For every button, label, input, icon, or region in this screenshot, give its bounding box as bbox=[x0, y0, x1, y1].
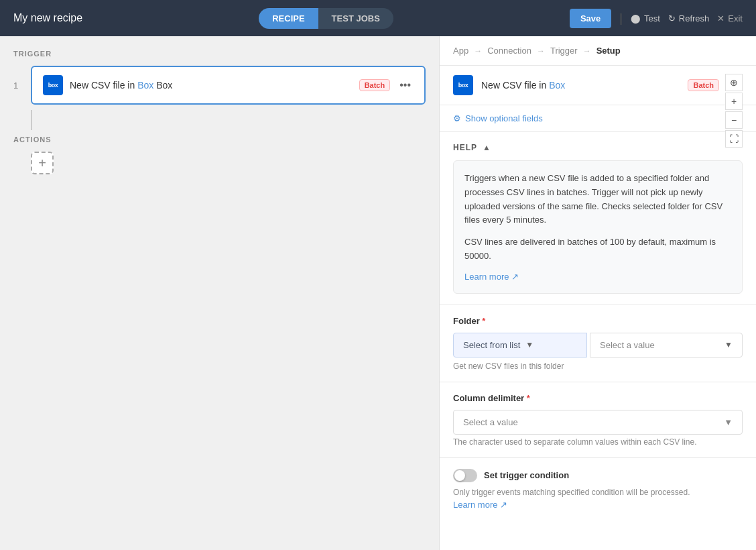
breadcrumb-connection[interactable]: Connection bbox=[487, 46, 531, 56]
more-options-button[interactable]: ••• bbox=[397, 76, 414, 94]
recipe-title: My new recipe bbox=[13, 12, 82, 24]
help-box: Triggers when a new CSV file is added to… bbox=[453, 160, 743, 294]
folder-label: Folder * bbox=[453, 316, 743, 326]
column-delimiter-dropdown[interactable]: Select a value ▼ bbox=[453, 410, 743, 435]
required-marker-2: * bbox=[527, 393, 530, 403]
tab-recipe[interactable]: RECIPE bbox=[259, 8, 318, 29]
main-layout: TRIGGER 1 box New CSV file in Box Box Ba… bbox=[0, 36, 756, 550]
breadcrumb-setup[interactable]: Setup bbox=[596, 46, 621, 56]
tab-bar: RECIPE TEST JOBS bbox=[259, 8, 393, 29]
actions-label: ACTIONS bbox=[13, 135, 426, 144]
refresh-icon: ↻ bbox=[668, 13, 676, 23]
help-text-2: CSV lines are delivered in batches of 10… bbox=[464, 235, 731, 264]
toggle-row: Set trigger condition bbox=[453, 469, 743, 482]
external-link-icon-2: ↗ bbox=[500, 500, 507, 510]
test-button[interactable]: ⬤ Test bbox=[631, 13, 660, 23]
folder-section: Folder * Select from list ▼ Select a val… bbox=[440, 305, 756, 382]
right-panel: App → Connection → Trigger → Setup box N… bbox=[439, 36, 756, 550]
trigger-section-label: TRIGGER bbox=[13, 50, 426, 58]
play-icon: ⬤ bbox=[631, 13, 641, 23]
help-section: HELP ▲ Triggers when a new CSV file is a… bbox=[440, 132, 756, 305]
add-btn-container: + bbox=[13, 152, 426, 174]
required-marker: * bbox=[482, 316, 485, 326]
select-value-dropdown[interactable]: Select a value ▼ bbox=[590, 333, 743, 358]
header-trigger-text: New CSV file in Box bbox=[481, 80, 680, 91]
show-optional-fields-link[interactable]: Show optional fields bbox=[465, 113, 543, 123]
close-icon: ✕ bbox=[717, 13, 724, 23]
column-delimiter-hint: The character used to separate column va… bbox=[453, 437, 743, 447]
trigger-learn-more-link[interactable]: Learn more ↗ bbox=[453, 500, 507, 510]
refresh-button[interactable]: ↻ Refresh bbox=[668, 13, 710, 23]
select-from-list-button[interactable]: Select from list ▼ bbox=[453, 333, 587, 358]
actions-section: ACTIONS + bbox=[13, 135, 426, 174]
exit-label: Exit bbox=[728, 13, 743, 23]
trigger-row: 1 box New CSV file in Box Box Batch ••• bbox=[13, 66, 426, 105]
chevron-down-icon-1: ▼ bbox=[525, 340, 533, 349]
row-number: 1 bbox=[13, 80, 24, 91]
set-trigger-label: Set trigger condition bbox=[484, 470, 569, 480]
add-action-button[interactable]: + bbox=[31, 152, 54, 174]
left-panel: TRIGGER 1 box New CSV file in Box Box Ba… bbox=[0, 36, 439, 550]
box-logo: box bbox=[43, 75, 63, 95]
folder-field-row: Select from list ▼ Select a value ▼ bbox=[453, 333, 743, 358]
breadcrumb-app[interactable]: App bbox=[453, 46, 468, 56]
help-header[interactable]: HELP ▲ bbox=[453, 143, 743, 152]
folder-hint: Get new CSV files in this folder bbox=[453, 362, 743, 371]
topbar-actions: Save | ⬤ Test ↻ Refresh ✕ Exit bbox=[570, 9, 743, 28]
optional-fields-section: ⚙ Show optional fields bbox=[440, 105, 756, 132]
connector-line bbox=[31, 110, 32, 130]
learn-more-link[interactable]: Learn more ↗ bbox=[464, 272, 519, 282]
header-batch-badge: Batch bbox=[688, 79, 719, 91]
test-label: Test bbox=[644, 13, 660, 23]
header-box-logo: box bbox=[453, 75, 473, 95]
settings-icon: ⚙ bbox=[453, 113, 461, 123]
separator: | bbox=[619, 11, 623, 25]
arrow-icon-3: → bbox=[583, 46, 591, 56]
trigger-condition-desc: Only trigger events matching specified c… bbox=[453, 486, 743, 512]
arrow-icon-1: → bbox=[474, 46, 482, 56]
trigger-card-text: New CSV file in Box Box bbox=[70, 80, 353, 91]
batch-badge: Batch bbox=[359, 79, 391, 91]
column-delimiter-label: Column delimiter * bbox=[453, 393, 743, 403]
trigger-header: box New CSV file in Box Batch ✕ bbox=[440, 66, 756, 105]
toggle-knob bbox=[454, 470, 465, 481]
chevron-down-icon-2: ▼ bbox=[724, 340, 733, 349]
exit-button[interactable]: ✕ Exit bbox=[717, 13, 743, 23]
trigger-condition-section: Set trigger condition Only trigger event… bbox=[440, 458, 756, 522]
trigger-card[interactable]: box New CSV file in Box Box Batch ••• bbox=[31, 66, 426, 105]
breadcrumb: App → Connection → Trigger → Setup bbox=[440, 36, 756, 66]
refresh-label: Refresh bbox=[679, 13, 710, 23]
topbar: My new recipe RECIPE TEST JOBS Save | ⬤ … bbox=[0, 0, 756, 36]
trigger-condition-toggle[interactable] bbox=[453, 469, 477, 482]
chevron-up-icon: ▲ bbox=[483, 143, 491, 152]
breadcrumb-trigger[interactable]: Trigger bbox=[550, 46, 578, 56]
save-button[interactable]: Save bbox=[570, 9, 611, 28]
external-link-icon: ↗ bbox=[511, 272, 519, 282]
tab-testjobs[interactable]: TEST JOBS bbox=[318, 8, 393, 29]
chevron-down-icon-3: ▼ bbox=[724, 417, 733, 427]
arrow-icon-2: → bbox=[537, 46, 545, 56]
column-delimiter-section: Column delimiter * Select a value ▼ The … bbox=[440, 382, 756, 458]
help-label: HELP bbox=[453, 143, 477, 152]
help-text-1: Triggers when a new CSV file is added to… bbox=[464, 172, 731, 227]
